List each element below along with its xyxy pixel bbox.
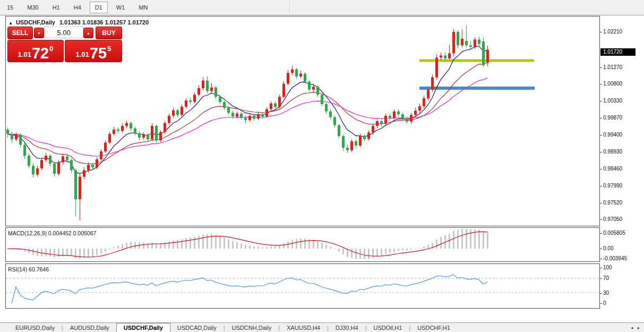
timeframe-button-h4[interactable]: H4 <box>68 2 87 13</box>
tab-audusd-daily[interactable]: AUDUSD,Daily <box>63 323 116 332</box>
macd-axis-label: -0.003945 <box>603 256 627 261</box>
price-axis-label: 0.97050 <box>603 216 622 222</box>
rsi-axis-label: 30 <box>603 290 609 296</box>
tab-usdoil-h1[interactable]: USDOil,H1 <box>367 323 409 332</box>
macd-axis-label-tick <box>600 259 602 259</box>
sell-price-prefix: 1.01 <box>18 50 31 58</box>
macd-axis-label-tick <box>600 249 602 249</box>
buy-price-pipette: 5 <box>107 45 111 53</box>
collapse-panel-icon[interactable]: ▲ <box>8 21 13 25</box>
chart-symbol-label: USDCHF,Daily <box>16 19 55 25</box>
macd-indicator-label: MACD(12,26,9) 0.004452 0.005067 <box>8 230 96 236</box>
current-price-marker: 1.01720 <box>600 48 636 56</box>
price-axis-label-tick <box>600 219 602 220</box>
tab-xauusd-h4[interactable]: XAUUSD,H4 <box>280 323 327 332</box>
price-axis-label-tick <box>600 84 602 84</box>
sell-button[interactable]: SELL <box>7 27 33 39</box>
price-axis-label: 0.99870 <box>603 115 622 121</box>
sell-price-pipette: 0 <box>49 45 53 53</box>
volume-input[interactable]: 5.00 <box>44 27 83 38</box>
macd-axis-label: 0.00 <box>603 245 613 251</box>
volume-increase-button[interactable]: ▲ <box>83 28 93 38</box>
tab-eurusd-daily[interactable]: EURUSD,Daily <box>8 323 62 332</box>
price-axis-label-tick <box>600 152 602 152</box>
tab-dj30-h4[interactable]: DJ30,H4 <box>329 323 365 332</box>
tab-scroll-left-icon[interactable]: ◂ <box>631 325 633 330</box>
price-axis-label-tick <box>600 32 602 32</box>
rsi-axis-label-tick <box>600 293 602 294</box>
price-axis-label: 1.00800 <box>603 81 622 87</box>
price-axis-label-tick <box>600 186 602 186</box>
tab-usdcad-daily[interactable]: USDCAD,Daily <box>170 323 224 332</box>
price-axis-label: 1.01270 <box>603 64 622 70</box>
price-axis-label-tick <box>600 101 602 101</box>
price-axis-label-tick <box>600 118 602 118</box>
macd-axis-label-tick <box>600 233 602 234</box>
buy-button[interactable]: BUY <box>96 27 122 39</box>
timeframe-button-d1[interactable]: D1 <box>90 2 108 13</box>
timeframe-button-h1[interactable]: H1 <box>47 2 65 13</box>
price-axis-label: 0.98460 <box>603 166 622 172</box>
sell-price-big-digits: 72 <box>32 46 49 60</box>
chart-tabbar: EURUSD,Daily|AUDUSD,DailyUSDCHF,DailyUSD… <box>0 322 644 332</box>
rsi-axis-label: 100 <box>603 265 612 270</box>
chart-ohlc-values: 1.01363 1.01836 1.01257 1.01720 <box>59 19 149 25</box>
buy-price-button[interactable]: 1.01 75 5 <box>65 40 122 62</box>
timeframe-button-15[interactable]: 15 <box>2 2 19 13</box>
price-axis-label: 0.98930 <box>603 149 622 155</box>
price-axis-label: 1.02210 <box>603 29 622 35</box>
toolbar-separator <box>289 2 290 13</box>
price-axis-label: 0.97990 <box>603 183 622 189</box>
rsi-axis-label-tick <box>600 303 602 304</box>
price-axis-label: 0.97520 <box>603 200 622 206</box>
rsi-axis-label: 0 <box>603 300 606 306</box>
price-axis-label-tick <box>600 135 602 135</box>
price-axis-label-tick <box>600 67 602 68</box>
timeframe-toolbar: 15M30H1H4D1W1MN <box>0 0 644 15</box>
price-axis-label: 0.99400 <box>603 132 622 138</box>
rsi-indicator-label: RSI(14) 60.7646 <box>8 266 49 273</box>
rsi-axis-label-tick <box>600 278 602 279</box>
timeframe-button-w1[interactable]: W1 <box>111 2 131 13</box>
price-axis-label-tick <box>600 203 602 203</box>
sell-price-button[interactable]: 1.01 72 0 <box>7 40 64 62</box>
buy-price-big-digits: 75 <box>90 46 107 60</box>
chart-title: ▲USDCHF,Daily1.01363 1.01836 1.01257 1.0… <box>8 19 149 27</box>
tab-scroll-right-icon[interactable]: ▸ <box>637 325 640 330</box>
tab-usdchf-daily[interactable]: USDCHF,Daily <box>116 323 170 332</box>
tab-scroll-arrows: ◂ ▸ <box>631 323 640 332</box>
price-axis-label-tick <box>600 169 602 169</box>
tab-usdchf-h1[interactable]: USDCHF,H1 <box>410 323 457 332</box>
rsi-axis-label: 70 <box>603 275 609 281</box>
rsi-axis-label-tick <box>600 268 602 268</box>
buy-price-prefix: 1.01 <box>76 50 89 58</box>
timeframe-button-m30[interactable]: M30 <box>22 2 44 13</box>
chart-window: ▲USDCHF,Daily1.01363 1.01836 1.01257 1.0… <box>0 15 644 322</box>
volume-decrease-button[interactable]: ▼ <box>34 28 44 38</box>
mt4-trading-platform: { "toolbar": { "timeframes": [ {"label":… <box>0 0 644 332</box>
tab-usdcnh-daily[interactable]: USDCNH,Daily <box>225 323 279 332</box>
timeframe-button-mn[interactable]: MN <box>133 2 153 13</box>
price-axis-label: 1.00330 <box>603 98 622 104</box>
macd-axis-label: 0.005805 <box>603 230 625 236</box>
